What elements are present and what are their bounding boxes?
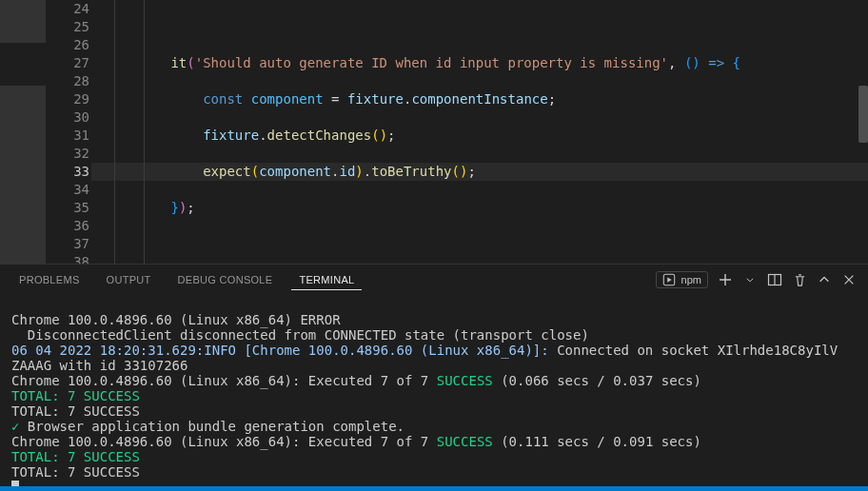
- chevron-up-icon[interactable]: [817, 272, 832, 287]
- bottom-panel: PROBLEMS OUTPUT DEBUG CONSOLE TERMINAL n…: [0, 264, 868, 486]
- tab-output[interactable]: OUTPUT: [99, 270, 159, 289]
- terminal-success: SUCCESS: [437, 434, 493, 449]
- editor-pane: 24 25 26 27 28 29 30 31 32 33 34 35 36 3…: [0, 0, 868, 264]
- activity-item-active[interactable]: [0, 43, 46, 86]
- terminal-line: TOTAL: 7 SUCCESS: [11, 449, 140, 464]
- code-content[interactable]: it('Should auto generate ID when id inpu…: [107, 0, 868, 264]
- activity-item[interactable]: [0, 0, 46, 43]
- terminal-line: (0.111 secs / 0.091 secs): [493, 434, 701, 449]
- terminal-line: Connected on socket XIlrhde18C8yIlV: [557, 343, 838, 358]
- terminal-line: (0.066 secs / 0.037 secs): [493, 373, 701, 388]
- panel-actions: npm: [656, 271, 857, 288]
- terminal-line: Chrome 100.0.4896.60 (Linux x86_64): Exe…: [11, 373, 437, 388]
- terminal-line: ZAAAG with id 33107266: [11, 358, 187, 373]
- terminal-line: Chrome 100.0.4896.60 (Linux x86_64): Exe…: [11, 434, 437, 449]
- code-editor[interactable]: 24 25 26 27 28 29 30 31 32 33 34 35 36 3…: [46, 0, 868, 264]
- line-number-gutter: 24 25 26 27 28 29 30 31 32 33 34 35 36 3…: [46, 0, 107, 264]
- tab-debug-console[interactable]: DEBUG CONSOLE: [170, 270, 281, 289]
- terminal-line: 06 04 2022 18:20:31.629:INFO [Chrome 100…: [11, 343, 557, 358]
- split-terminal-icon[interactable]: [767, 272, 782, 287]
- terminal-line: Browser application bundle generation co…: [19, 419, 404, 434]
- activity-bar: [0, 0, 46, 264]
- terminal-line: Chrome 100.0.4896.60 (Linux x86_64) ERRO…: [11, 312, 341, 327]
- caret-run-icon: [662, 273, 676, 286]
- terminal-line: DisconnectedClient disconnected from CON…: [11, 327, 589, 343]
- close-icon[interactable]: [841, 272, 857, 287]
- terminal-launcher-dropdown[interactable]: npm: [656, 271, 708, 288]
- chevron-down-icon[interactable]: [742, 272, 758, 287]
- terminal-line: TOTAL: 7 SUCCESS: [11, 403, 140, 419]
- new-terminal-icon[interactable]: [718, 272, 733, 287]
- terminal-line: TOTAL: 7 SUCCESS: [11, 388, 140, 403]
- panel-tabs: PROBLEMS OUTPUT DEBUG CONSOLE TERMINAL n…: [0, 265, 868, 295]
- terminal-line: TOTAL: 7 SUCCESS: [11, 464, 140, 480]
- status-bar[interactable]: [0, 486, 868, 491]
- launcher-label: npm: [681, 274, 701, 285]
- trash-icon[interactable]: [792, 272, 807, 287]
- tab-terminal[interactable]: TERMINAL: [291, 270, 362, 290]
- terminal-cursor: [11, 481, 19, 486]
- terminal-success: SUCCESS: [437, 373, 493, 388]
- tab-problems[interactable]: PROBLEMS: [11, 270, 88, 289]
- terminal-output[interactable]: Chrome 100.0.4896.60 (Linux x86_64) ERRO…: [0, 295, 868, 486]
